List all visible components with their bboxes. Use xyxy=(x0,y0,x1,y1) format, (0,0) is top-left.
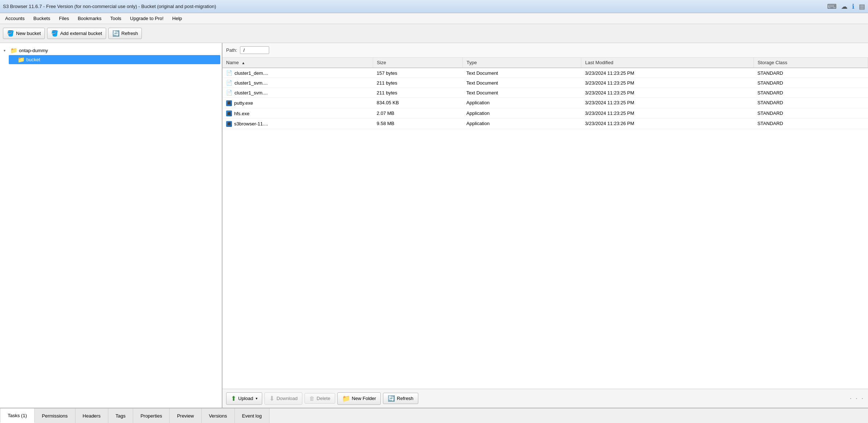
table-row[interactable]: ⬛ hfs.exe2.07 MBApplication3/23/2024 11:… xyxy=(222,108,868,119)
keyboard-icon[interactable]: ⌨ xyxy=(827,3,837,11)
path-label: Path: xyxy=(226,47,237,53)
new-bucket-button[interactable]: 🪣 New bucket xyxy=(3,28,45,39)
bottom-refresh-button[interactable]: 🔄 Refresh xyxy=(383,393,418,404)
tree-toggle-root[interactable]: ▾ xyxy=(4,48,9,53)
table-row[interactable]: 📄 cluster1_svm....211 bytesText Document… xyxy=(222,88,868,98)
tab-tags[interactable]: Tags xyxy=(108,408,133,423)
file-storage-class-cell: STANDARD xyxy=(754,119,868,129)
tab-headers[interactable]: Headers xyxy=(75,408,108,423)
menu-buckets[interactable]: Buckets xyxy=(30,14,54,23)
file-type-cell: Application xyxy=(463,98,581,108)
upload-dropdown-arrow[interactable]: ▾ xyxy=(256,396,257,400)
tab-versions[interactable]: Versions xyxy=(202,408,235,423)
file-name-cell: 📄 cluster1_dem.... xyxy=(222,68,373,78)
info-icon[interactable]: ℹ xyxy=(852,3,855,11)
file-name-cell: ⬛ hfs.exe xyxy=(222,108,373,119)
file-size-cell: 834.05 KB xyxy=(373,98,463,108)
main-area: ▾ 📁 ontap-dummy 📁 bucket Path: xyxy=(0,43,868,408)
col-header-last-modified[interactable]: Last Modified xyxy=(581,58,754,68)
tab-tasks[interactable]: Tasks (1) xyxy=(0,408,35,423)
add-external-bucket-button[interactable]: 🪣 Add external bucket xyxy=(47,28,106,39)
refresh-label: Refresh xyxy=(121,31,138,36)
new-folder-button[interactable]: 📁 New Folder xyxy=(337,392,381,405)
cloud-icon[interactable]: ☁ xyxy=(841,3,848,11)
file-list-container: Name ▲ Size Type Last Modified Storage C… xyxy=(222,58,868,389)
upload-icon: ⬆ xyxy=(231,395,236,403)
download-icon: ⬇ xyxy=(269,395,275,403)
file-type-cell: Text Document xyxy=(463,68,581,78)
delete-label: Delete xyxy=(317,396,330,401)
table-row[interactable]: ⬛ s3browser-11....9.58 MBApplication3/23… xyxy=(222,119,868,129)
file-date-cell: 3/23/2024 11:23:25 PM xyxy=(581,88,754,98)
path-bar: Path: xyxy=(222,43,868,58)
table-row[interactable]: ⬛ putty.exe834.05 KBApplication3/23/2024… xyxy=(222,98,868,108)
file-name-cell: 📄 cluster1_svm.... xyxy=(222,88,373,98)
tab-preview[interactable]: Preview xyxy=(170,408,201,423)
new-folder-icon: 📁 xyxy=(342,395,350,403)
app-title: S3 Browser 11.6.7 - Free Version (for no… xyxy=(3,4,216,9)
table-row[interactable]: 📄 cluster1_svm....211 bytesText Document… xyxy=(222,78,868,88)
menu-tools[interactable]: Tools xyxy=(106,14,125,23)
upload-button[interactable]: ⬆ Upload ▾ xyxy=(226,392,262,405)
add-external-icon: 🪣 xyxy=(51,30,58,37)
menu-upgrade[interactable]: Upgrade to Pro! xyxy=(127,14,167,23)
right-panel: Path: Name ▲ Size Type Last Modified Sto… xyxy=(222,43,868,408)
bottom-toolbar: ⬆ Upload ▾ ⬇ Download 🗑 Delete 📁 New Fol… xyxy=(222,389,868,408)
col-header-name[interactable]: Name ▲ xyxy=(222,58,373,68)
left-panel-tree: ▾ 📁 ontap-dummy 📁 bucket xyxy=(0,43,222,408)
menu-accounts[interactable]: Accounts xyxy=(1,14,28,23)
file-date-cell: 3/23/2024 11:23:25 PM xyxy=(581,68,754,78)
menu-help[interactable]: Help xyxy=(168,14,186,23)
add-external-label: Add external bucket xyxy=(60,31,102,36)
file-storage-class-cell: STANDARD xyxy=(754,68,868,78)
path-input[interactable] xyxy=(240,46,269,54)
tab-permissions[interactable]: Permissions xyxy=(35,408,75,423)
file-size-cell: 2.07 MB xyxy=(373,108,463,119)
file-size-cell: 9.58 MB xyxy=(373,119,463,129)
menu-files[interactable]: Files xyxy=(55,14,73,23)
sort-arrow-name: ▲ xyxy=(241,61,245,65)
bottom-refresh-label: Refresh xyxy=(397,396,414,401)
table-row[interactable]: 📄 cluster1_dem....157 bytesText Document… xyxy=(222,68,868,78)
chart-icon[interactable]: ▤ xyxy=(859,3,865,11)
file-storage-class-cell: STANDARD xyxy=(754,78,868,88)
new-bucket-icon: 🪣 xyxy=(7,30,14,37)
refresh-button[interactable]: 🔄 Refresh xyxy=(108,28,142,39)
app-icon: ⬛ xyxy=(226,110,232,116)
tab-event-log[interactable]: Event log xyxy=(235,408,270,423)
more-options-dots[interactable]: · · · xyxy=(850,395,864,402)
file-date-cell: 3/23/2024 11:23:25 PM xyxy=(581,78,754,88)
delete-button[interactable]: 🗑 Delete xyxy=(305,393,335,404)
new-folder-label: New Folder xyxy=(352,396,376,401)
file-size-cell: 211 bytes xyxy=(373,78,463,88)
doc-icon: 📄 xyxy=(226,90,232,96)
download-button[interactable]: ⬇ Download xyxy=(264,392,302,405)
table-header-row: Name ▲ Size Type Last Modified Storage C… xyxy=(222,58,868,68)
file-type-cell: Text Document xyxy=(463,78,581,88)
title-icons: ⌨ ☁ ℹ ▤ xyxy=(827,3,865,11)
tab-properties[interactable]: Properties xyxy=(133,408,170,423)
col-header-size[interactable]: Size xyxy=(373,58,463,68)
col-header-type[interactable]: Type xyxy=(463,58,581,68)
file-table-body: 📄 cluster1_dem....157 bytesText Document… xyxy=(222,68,868,129)
app-icon: ⬛ xyxy=(226,100,232,106)
tree-label-bucket: bucket xyxy=(26,57,40,62)
file-storage-class-cell: STANDARD xyxy=(754,98,868,108)
upload-label: Upload xyxy=(238,396,253,401)
file-date-cell: 3/23/2024 11:23:25 PM xyxy=(581,108,754,119)
folder-icon-root: 📁 xyxy=(10,47,18,54)
menu-bar: Accounts Buckets Files Bookmarks Tools U… xyxy=(0,13,868,24)
new-bucket-label: New bucket xyxy=(16,31,41,36)
menu-bookmarks[interactable]: Bookmarks xyxy=(74,14,105,23)
col-header-storage-class[interactable]: Storage Class xyxy=(754,58,868,68)
tree-item-bucket[interactable]: 📁 bucket xyxy=(9,55,220,64)
file-name-cell: ⬛ s3browser-11.... xyxy=(222,119,373,129)
tree-item-root[interactable]: ▾ 📁 ontap-dummy xyxy=(1,46,220,55)
doc-icon: 📄 xyxy=(226,70,232,76)
bottom-refresh-icon: 🔄 xyxy=(388,395,395,402)
file-storage-class-cell: STANDARD xyxy=(754,108,868,119)
file-storage-class-cell: STANDARD xyxy=(754,88,868,98)
app-icon: ⬛ xyxy=(226,121,232,127)
tree-label-root: ontap-dummy xyxy=(19,48,48,53)
file-table: Name ▲ Size Type Last Modified Storage C… xyxy=(222,58,868,129)
